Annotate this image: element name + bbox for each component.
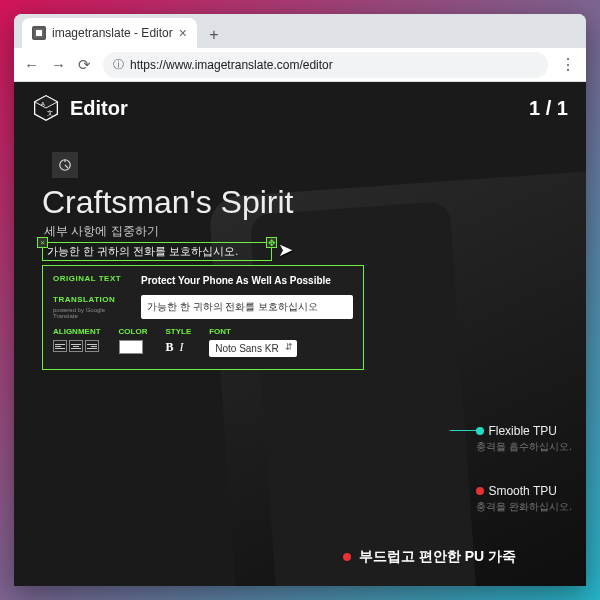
annotation-pu-leather: 부드럽고 편안한 PU 가죽 <box>343 548 516 566</box>
original-text: Protect Your Phone As Well As Possible <box>141 274 331 287</box>
selected-text-box[interactable]: × ✥ 가능한 한 귀하의 전화를 보호하십시오. ➤ <box>42 242 272 261</box>
annotation-smooth-tpu: Smooth TPU 충격을 완화하십시오. <box>476 484 572 514</box>
page-indicator: 1 / 1 <box>529 97 568 120</box>
align-right-button[interactable] <box>85 340 99 352</box>
dot-icon <box>343 553 351 561</box>
dot-icon <box>476 427 484 435</box>
translation-input[interactable]: 가능한 한 귀하의 전화를 보호하십시오 <box>141 295 353 319</box>
font-label: FONT <box>209 327 297 336</box>
menu-icon[interactable]: ⋮ <box>560 55 576 74</box>
url-input[interactable]: ⓘ https://www.imagetranslate.com/editor <box>103 52 548 78</box>
dot-icon <box>476 487 484 495</box>
align-left-button[interactable] <box>53 340 67 352</box>
style-label: STYLE <box>165 327 191 336</box>
browser-tab[interactable]: imagetranslate - Editor × <box>22 18 197 48</box>
original-label: ORIGINAL TEXT <box>53 274 127 283</box>
annotation-flexible-tpu: Flexible TPU 충격을 흡수하십시오. <box>476 424 572 454</box>
translation-label: TRANSLATION <box>53 295 127 304</box>
url-text: https://www.imagetranslate.com/editor <box>130 58 333 72</box>
color-label: COLOR <box>119 327 148 336</box>
hero-title[interactable]: Craftsman's Spirit <box>42 184 566 221</box>
lock-icon: ⓘ <box>113 57 124 72</box>
app-viewport: A 文 Editor 1 / 1 Craftsman's Spirit 세부 사… <box>14 82 586 586</box>
compass-icon <box>52 152 78 178</box>
close-icon[interactable]: × <box>179 25 187 41</box>
app-header: A 文 Editor 1 / 1 <box>14 82 586 134</box>
svg-marker-2 <box>35 96 58 108</box>
back-icon[interactable]: ← <box>24 56 39 73</box>
hero-subtitle[interactable]: 세부 사항에 집중하기 <box>44 223 566 240</box>
font-select[interactable]: Noto Sans KR <box>209 340 297 357</box>
selected-text: 가능한 한 귀하의 전화를 보호하십시오. <box>47 245 238 257</box>
bold-button[interactable]: B <box>165 340 173 355</box>
selection-close-icon[interactable]: × <box>37 237 48 248</box>
address-bar: ← → ⟳ ⓘ https://www.imagetranslate.com/e… <box>14 48 586 82</box>
svg-text:文: 文 <box>47 109 53 116</box>
favicon-icon <box>32 26 46 40</box>
selection-move-icon[interactable]: ✥ <box>266 237 277 248</box>
forward-icon[interactable]: → <box>51 56 66 73</box>
align-center-button[interactable] <box>69 340 83 352</box>
browser-tabbar: imagetranslate - Editor × + <box>14 14 586 48</box>
app-title: Editor <box>70 97 128 120</box>
editor-canvas[interactable]: Craftsman's Spirit 세부 사항에 집중하기 × ✥ 가능한 한… <box>14 134 586 586</box>
powered-by-label: powered by Google Translate <box>53 307 127 319</box>
color-picker[interactable] <box>119 340 143 354</box>
logo-icon: A 文 <box>32 94 60 122</box>
reload-icon[interactable]: ⟳ <box>78 56 91 74</box>
browser-window: imagetranslate - Editor × + ← → ⟳ ⓘ http… <box>14 14 586 586</box>
italic-button[interactable]: I <box>179 340 183 355</box>
alignment-label: ALIGNMENT <box>53 327 101 336</box>
new-tab-button[interactable]: + <box>201 22 227 48</box>
tab-title: imagetranslate - Editor <box>52 26 173 40</box>
translation-popup: ORIGINAL TEXT Protect Your Phone As Well… <box>42 265 364 370</box>
